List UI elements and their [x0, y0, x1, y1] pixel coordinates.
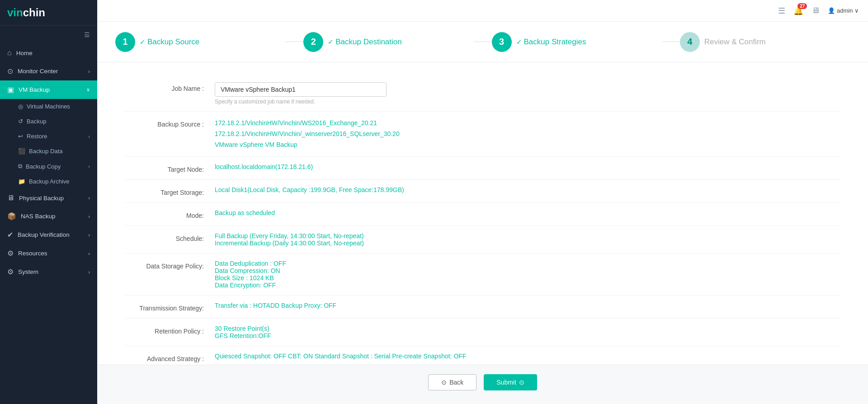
logo-chin: chin: [23, 6, 45, 19]
advanced-strategy-text: Quiesced Snapshot: OFF CBT: ON Standard …: [215, 352, 466, 360]
backup-archive-icon: 📁: [18, 178, 25, 185]
advanced-strategy-label: Advanced Strategy :: [124, 352, 215, 362]
target-storage-row: Target Storage: Local Disk1(Local Disk, …: [124, 180, 841, 203]
schedule-value: Full Backup (Every Friday, 14:30:00 Star…: [215, 232, 841, 247]
mode-value: Backup as scheduled: [215, 209, 841, 216]
mode-row: Mode: Backup as scheduled: [124, 203, 841, 226]
schedule-row: Schedule: Full Backup (Every Friday, 14:…: [124, 226, 841, 254]
sidebar-item-resources[interactable]: ⚙ Resources ›: [0, 244, 97, 263]
job-name-value: Specify a customized job name if needed.: [215, 82, 841, 105]
schedule-line-2: Incremental Backup (Daily 14:30:00 Start…: [215, 240, 841, 247]
data-storage-policy-value: Data Deduplication : OFF Data Compressio…: [215, 260, 841, 289]
step-1-circle: 1: [115, 32, 135, 52]
step-4-circle: 4: [680, 32, 700, 52]
chevron-right-icon: ›: [88, 232, 90, 238]
sidebar-item-system[interactable]: ⚙ System ›: [0, 263, 97, 281]
submit-button[interactable]: Submit ⊙: [484, 374, 537, 390]
chevron-down-icon: ∨: [86, 87, 90, 93]
notification-bell[interactable]: 🔔 27: [793, 6, 803, 16]
job-name-hint: Specify a customized job name if needed.: [215, 99, 841, 105]
step-divider-3: [662, 42, 680, 42]
step-4-label: Review & Confirm: [704, 38, 766, 47]
sidebar-item-backup-archive[interactable]: 📁 Backup Archive: [0, 174, 97, 189]
chevron-right-icon: ›: [88, 195, 90, 201]
step-backup-destination[interactable]: 2 ✓ Backup Destination: [303, 32, 473, 52]
schedule-label: Schedule:: [124, 232, 215, 242]
home-icon: ⌂: [7, 49, 12, 57]
target-node-label: Target Node:: [124, 163, 215, 173]
chevron-right-icon: ›: [88, 269, 90, 275]
sidebar-item-label: Backup Archive: [29, 178, 70, 185]
step-backup-strategies[interactable]: 3 ✓ Backup Strategies: [492, 32, 662, 52]
logo: vinchin: [0, 0, 97, 26]
sidebar-item-backup-copy[interactable]: ⧉ Backup Copy ›: [0, 159, 97, 174]
data-storage-policy-row: Data Storage Policy: Data Deduplication …: [124, 254, 841, 296]
transmission-strategy-text: Transfer via : HOTADD Backup Proxy: OFF: [215, 302, 336, 309]
chevron-right-icon: ›: [88, 69, 90, 74]
advanced-strategy-value: Quiesced Snapshot: OFF CBT: ON Standard …: [215, 352, 841, 360]
retention-policy-label: Retention Policy :: [124, 325, 215, 335]
sidebar-item-backup-data[interactable]: ⬛ Backup Data: [0, 144, 97, 159]
sidebar-item-label: Backup Copy: [26, 163, 61, 170]
top-nav: ☰ 🔔 27 🖥 👤 admin ∨: [97, 0, 868, 22]
step-review-confirm[interactable]: 4 Review & Confirm: [680, 32, 850, 52]
job-name-label: Job Name :: [124, 82, 215, 92]
sidebar-item-vm-backup[interactable]: ▣ VM Backup ∨: [0, 80, 97, 99]
sidebar-item-nas-backup[interactable]: 📦 NAS Backup ›: [0, 207, 97, 225]
target-storage-label: Target Storage:: [124, 186, 215, 196]
review-form: Job Name : Specify a customized job name…: [97, 62, 868, 378]
system-icon: ⚙: [7, 268, 14, 276]
backup-source-value: 172.18.2.1/VinchinHW/Vinchin/WS2016_Exch…: [215, 118, 841, 150]
data-storage-policy-label: Data Storage Policy:: [124, 260, 215, 270]
hamburger-icon[interactable]: ☰: [0, 26, 97, 44]
chevron-right-icon: ›: [88, 164, 90, 169]
admin-user-menu[interactable]: 👤 admin ∨: [828, 7, 859, 14]
sidebar-item-virtual-machines[interactable]: ◎ Virtual Machines: [0, 99, 97, 114]
sidebar-item-label: NAS Backup: [21, 213, 56, 220]
sidebar-item-label: Resources: [18, 250, 47, 257]
back-button[interactable]: ⊙ Back: [428, 374, 476, 390]
backup-source-line-2: 172.18.2.1/VinchinHW/Vinchin/_winserver2…: [215, 129, 841, 140]
step-backup-source[interactable]: 1 ✓ Backup Source: [115, 32, 285, 52]
vm-backup-icon: ▣: [7, 85, 14, 94]
submit-icon: ⊙: [519, 379, 524, 386]
resources-icon: ⚙: [7, 249, 14, 258]
sidebar-item-restore[interactable]: ↩ Restore ›: [0, 129, 97, 144]
monitor-display-icon[interactable]: 🖥: [811, 6, 820, 15]
transmission-strategy-value: Transfer via : HOTADD Backup Proxy: OFF: [215, 302, 841, 309]
policy-line-4: Data Encryption: OFF: [215, 282, 841, 289]
sidebar-item-label: Home: [16, 50, 33, 56]
backup-copy-icon: ⧉: [18, 163, 22, 170]
mode-text: Backup as scheduled: [215, 209, 275, 216]
step-2-check: ✓: [328, 38, 334, 46]
job-name-input[interactable]: [215, 82, 387, 97]
sidebar-item-physical-backup[interactable]: 🖥 Physical Backup ›: [0, 189, 97, 207]
transmission-strategy-label: Transmission Strategy:: [124, 302, 215, 312]
retention-line-2: GFS Retention:OFF: [215, 332, 841, 339]
sidebar-item-label: Backup Verification: [18, 231, 70, 238]
target-node-value: localhost.localdomain(172.18.21.6): [215, 163, 841, 170]
sidebar-item-backup-verification[interactable]: ✔ Backup Verification ›: [0, 225, 97, 244]
mode-label: Mode:: [124, 209, 215, 219]
submit-label: Submit: [496, 379, 516, 386]
messages-icon[interactable]: ☰: [778, 6, 785, 16]
step-3-label: Backup Strategies: [524, 38, 586, 47]
steps-bar: 1 ✓ Backup Source 2 ✓ Backup Destination: [97, 22, 868, 62]
form-actions: ⊙ Back Submit ⊙: [97, 365, 868, 404]
sidebar-item-backup[interactable]: ↺ Backup: [0, 114, 97, 129]
physical-backup-icon: 🖥: [7, 194, 14, 202]
backup-source-row: Backup Source : 172.18.2.1/VinchinHW/Vin…: [124, 112, 841, 157]
sidebar-item-home[interactable]: ⌂ Home: [0, 44, 97, 62]
monitor-icon: ⊙: [7, 67, 13, 75]
step-1-label: Backup Source: [147, 38, 199, 47]
sidebar-item-label: System: [18, 268, 38, 275]
sidebar-item-label: VM Backup: [19, 86, 50, 93]
retention-policy-row: Retention Policy : 30 Restore Point(s) G…: [124, 319, 841, 346]
logo-vin: vin: [7, 6, 23, 19]
sidebar-item-label: Physical Backup: [19, 195, 64, 202]
chevron-right-icon: ›: [88, 214, 90, 219]
transmission-strategy-row: Transmission Strategy: Transfer via : HO…: [124, 296, 841, 319]
sidebar-item-label: Backup Data: [29, 148, 62, 155]
backup-source-label: Backup Source :: [124, 118, 215, 128]
sidebar-item-monitor[interactable]: ⊙ Monitor Center ›: [0, 62, 97, 80]
